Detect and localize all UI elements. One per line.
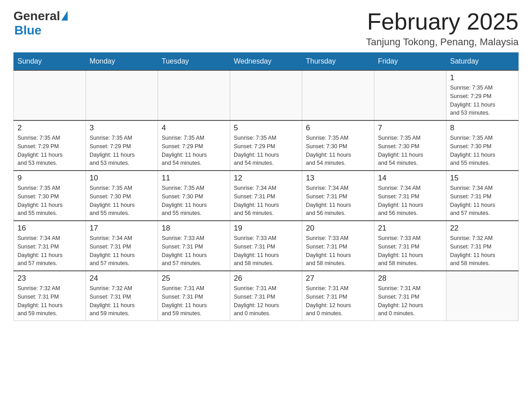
calendar-cell: 11Sunrise: 7:35 AMSunset: 7:30 PMDayligh… <box>158 171 230 221</box>
calendar-cell <box>302 70 374 120</box>
day-info: Sunrise: 7:34 AMSunset: 7:31 PMDaylight:… <box>378 184 442 218</box>
day-number: 26 <box>234 274 298 283</box>
weekday-header-monday: Monday <box>86 53 158 71</box>
week-row-3: 9Sunrise: 7:35 AMSunset: 7:30 PMDaylight… <box>14 171 519 221</box>
day-info: Sunrise: 7:35 AMSunset: 7:29 PMDaylight:… <box>17 134 82 167</box>
calendar-cell: 27Sunrise: 7:31 AMSunset: 7:31 PMDayligh… <box>302 271 374 321</box>
day-info: Sunrise: 7:35 AMSunset: 7:30 PMDaylight:… <box>17 184 82 218</box>
day-number: 12 <box>234 174 298 183</box>
calendar-cell <box>86 70 158 120</box>
logo-triangle-icon <box>61 11 68 21</box>
calendar-cell <box>158 70 230 120</box>
day-info: Sunrise: 7:33 AMSunset: 7:31 PMDaylight:… <box>234 234 298 268</box>
day-number: 23 <box>17 274 82 283</box>
calendar-cell: 23Sunrise: 7:32 AMSunset: 7:31 PMDayligh… <box>14 271 86 321</box>
page-header: General Blue February 2025 Tanjung Tokon… <box>13 9 519 48</box>
calendar-cell: 22Sunrise: 7:32 AMSunset: 7:31 PMDayligh… <box>446 221 519 271</box>
weekday-header-tuesday: Tuesday <box>158 53 230 71</box>
day-info: Sunrise: 7:35 AMSunset: 7:29 PMDaylight:… <box>90 134 154 167</box>
day-info: Sunrise: 7:35 AMSunset: 7:30 PMDaylight:… <box>378 134 442 167</box>
title-block: February 2025 Tanjung Tokong, Penang, Ma… <box>366 9 519 48</box>
day-info: Sunrise: 7:31 AMSunset: 7:31 PMDaylight:… <box>378 284 442 318</box>
day-info: Sunrise: 7:35 AMSunset: 7:30 PMDaylight:… <box>90 184 154 218</box>
calendar-cell: 20Sunrise: 7:33 AMSunset: 7:31 PMDayligh… <box>302 221 374 271</box>
logo: General Blue <box>13 9 68 38</box>
calendar-cell: 26Sunrise: 7:31 AMSunset: 7:31 PMDayligh… <box>230 271 302 321</box>
calendar-cell: 7Sunrise: 7:35 AMSunset: 7:30 PMDaylight… <box>374 120 446 171</box>
calendar-cell: 3Sunrise: 7:35 AMSunset: 7:29 PMDaylight… <box>86 120 158 171</box>
calendar-cell: 28Sunrise: 7:31 AMSunset: 7:31 PMDayligh… <box>374 271 446 321</box>
day-number: 28 <box>378 274 442 283</box>
weekday-header-saturday: Saturday <box>446 53 519 71</box>
day-number: 10 <box>90 174 154 183</box>
day-info: Sunrise: 7:31 AMSunset: 7:31 PMDaylight:… <box>162 284 226 318</box>
day-number: 19 <box>234 224 298 233</box>
calendar-cell: 13Sunrise: 7:34 AMSunset: 7:31 PMDayligh… <box>302 171 374 221</box>
day-number: 4 <box>162 124 226 133</box>
day-info: Sunrise: 7:35 AMSunset: 7:30 PMDaylight:… <box>162 184 226 218</box>
calendar-cell: 24Sunrise: 7:32 AMSunset: 7:31 PMDayligh… <box>86 271 158 321</box>
calendar-cell <box>374 70 446 120</box>
calendar-table: SundayMondayTuesdayWednesdayThursdayFrid… <box>13 52 519 321</box>
day-info: Sunrise: 7:32 AMSunset: 7:31 PMDaylight:… <box>90 284 154 318</box>
calendar-cell: 10Sunrise: 7:35 AMSunset: 7:30 PMDayligh… <box>86 171 158 221</box>
day-number: 22 <box>450 224 515 233</box>
calendar-cell: 8Sunrise: 7:35 AMSunset: 7:30 PMDaylight… <box>446 120 519 171</box>
weekday-header-row: SundayMondayTuesdayWednesdayThursdayFrid… <box>14 53 519 71</box>
calendar-cell: 4Sunrise: 7:35 AMSunset: 7:29 PMDaylight… <box>158 120 230 171</box>
calendar-cell: 16Sunrise: 7:34 AMSunset: 7:31 PMDayligh… <box>14 221 86 271</box>
day-number: 6 <box>306 124 370 133</box>
day-info: Sunrise: 7:34 AMSunset: 7:31 PMDaylight:… <box>234 184 298 218</box>
day-number: 2 <box>17 124 82 133</box>
calendar-cell <box>14 70 86 120</box>
day-number: 27 <box>306 274 370 283</box>
weekday-header-wednesday: Wednesday <box>230 53 302 71</box>
day-info: Sunrise: 7:31 AMSunset: 7:31 PMDaylight:… <box>234 284 298 318</box>
calendar-cell: 21Sunrise: 7:33 AMSunset: 7:31 PMDayligh… <box>374 221 446 271</box>
day-info: Sunrise: 7:35 AMSunset: 7:30 PMDaylight:… <box>450 134 515 167</box>
calendar-cell: 5Sunrise: 7:35 AMSunset: 7:29 PMDaylight… <box>230 120 302 171</box>
day-info: Sunrise: 7:33 AMSunset: 7:31 PMDaylight:… <box>378 234 442 268</box>
day-info: Sunrise: 7:33 AMSunset: 7:31 PMDaylight:… <box>162 234 226 268</box>
calendar-cell: 6Sunrise: 7:35 AMSunset: 7:30 PMDaylight… <box>302 120 374 171</box>
week-row-2: 2Sunrise: 7:35 AMSunset: 7:29 PMDaylight… <box>14 120 519 171</box>
day-number: 17 <box>90 224 154 233</box>
day-info: Sunrise: 7:32 AMSunset: 7:31 PMDaylight:… <box>17 284 82 318</box>
day-info: Sunrise: 7:35 AMSunset: 7:29 PMDaylight:… <box>234 134 298 167</box>
logo-blue-text: Blue <box>14 23 42 38</box>
calendar-cell: 19Sunrise: 7:33 AMSunset: 7:31 PMDayligh… <box>230 221 302 271</box>
calendar-cell: 17Sunrise: 7:34 AMSunset: 7:31 PMDayligh… <box>86 221 158 271</box>
day-number: 15 <box>450 174 515 183</box>
day-info: Sunrise: 7:31 AMSunset: 7:31 PMDaylight:… <box>306 284 370 318</box>
day-number: 16 <box>17 224 82 233</box>
day-info: Sunrise: 7:34 AMSunset: 7:31 PMDaylight:… <box>306 184 370 218</box>
calendar-cell: 1Sunrise: 7:35 AMSunset: 7:29 PMDaylight… <box>446 70 519 120</box>
weekday-header-thursday: Thursday <box>302 53 374 71</box>
week-row-1: 1Sunrise: 7:35 AMSunset: 7:29 PMDaylight… <box>14 70 519 120</box>
weekday-header-sunday: Sunday <box>14 53 86 71</box>
day-number: 5 <box>234 124 298 133</box>
day-info: Sunrise: 7:32 AMSunset: 7:31 PMDaylight:… <box>450 234 515 268</box>
day-info: Sunrise: 7:34 AMSunset: 7:31 PMDaylight:… <box>450 184 515 218</box>
location-subtitle: Tanjung Tokong, Penang, Malaysia <box>366 36 519 48</box>
day-number: 13 <box>306 174 370 183</box>
month-year-title: February 2025 <box>366 9 519 34</box>
calendar-cell <box>446 271 519 321</box>
week-row-5: 23Sunrise: 7:32 AMSunset: 7:31 PMDayligh… <box>14 271 519 321</box>
calendar-cell: 9Sunrise: 7:35 AMSunset: 7:30 PMDaylight… <box>14 171 86 221</box>
day-number: 18 <box>162 224 226 233</box>
week-row-4: 16Sunrise: 7:34 AMSunset: 7:31 PMDayligh… <box>14 221 519 271</box>
weekday-header-friday: Friday <box>374 53 446 71</box>
day-number: 8 <box>450 124 515 133</box>
calendar-cell: 12Sunrise: 7:34 AMSunset: 7:31 PMDayligh… <box>230 171 302 221</box>
day-number: 14 <box>378 174 442 183</box>
day-info: Sunrise: 7:33 AMSunset: 7:31 PMDaylight:… <box>306 234 370 268</box>
day-info: Sunrise: 7:35 AMSunset: 7:29 PMDaylight:… <box>450 84 515 117</box>
day-number: 21 <box>378 224 442 233</box>
calendar-cell <box>230 70 302 120</box>
calendar-cell: 14Sunrise: 7:34 AMSunset: 7:31 PMDayligh… <box>374 171 446 221</box>
calendar-cell: 18Sunrise: 7:33 AMSunset: 7:31 PMDayligh… <box>158 221 230 271</box>
calendar-cell: 15Sunrise: 7:34 AMSunset: 7:31 PMDayligh… <box>446 171 519 221</box>
day-number: 1 <box>450 73 515 82</box>
day-info: Sunrise: 7:35 AMSunset: 7:29 PMDaylight:… <box>162 134 226 167</box>
